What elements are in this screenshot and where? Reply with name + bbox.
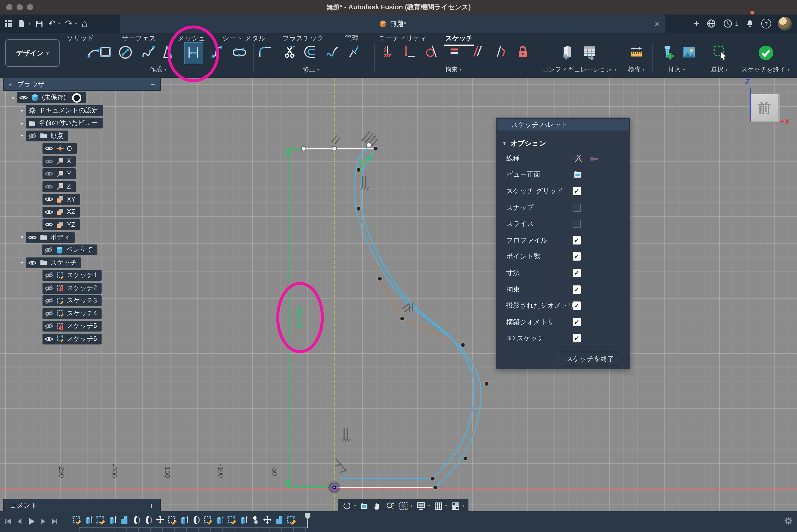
tab-sheetmetal[interactable]: シート メタル	[223, 34, 265, 43]
timeline-item-revolve-icon[interactable]	[191, 515, 201, 525]
tool-offset-icon[interactable]	[304, 44, 319, 59]
timeline-track[interactable]	[79, 527, 307, 531]
tab-mesh[interactable]: メッシュ	[178, 34, 205, 43]
viewports-icon[interactable]	[451, 501, 460, 511]
document-tab[interactable]: 無題* ✕	[120, 15, 665, 33]
avatar[interactable]	[778, 17, 792, 31]
spline-curve-inner[interactable]	[354, 146, 474, 478]
file-menu-icon[interactable]	[18, 19, 26, 28]
timeline-item-extrude-icon[interactable]	[215, 515, 225, 525]
centerline-icon[interactable]	[589, 153, 600, 164]
expand-caret-icon[interactable]: ▾	[18, 235, 26, 240]
redo-icon[interactable]: ↷	[65, 19, 73, 28]
timeline-go-end-icon[interactable]	[51, 517, 59, 525]
select-tool-icon[interactable]	[712, 44, 728, 60]
timeline-item-sketch-icon[interactable]	[95, 515, 106, 525]
dimension-300-label[interactable]: 300.00	[296, 307, 303, 328]
visibility-eye-dim-icon[interactable]	[44, 182, 53, 191]
collapse-panel-icon[interactable]: «	[4, 80, 17, 88]
timeline-item-extrude-icon[interactable]	[238, 515, 249, 525]
visibility-eye-off-icon[interactable]	[44, 284, 53, 292]
configuration-table-icon[interactable]	[581, 44, 597, 60]
tool-circle-icon[interactable]	[118, 44, 133, 60]
insert-image-icon[interactable]	[682, 44, 697, 60]
constraints-checkbox[interactable]: ✓	[573, 285, 581, 293]
spline-curve-outer[interactable]	[361, 150, 481, 487]
tree-item-xy-plane[interactable]: XY	[42, 194, 80, 205]
3d-sketch-checkbox[interactable]: ✓	[573, 335, 581, 343]
palette-header[interactable]: − スケッチ パレット	[497, 118, 630, 131]
tree-item-origin[interactable]: 原点	[26, 130, 68, 141]
visibility-eye-off-icon[interactable]	[44, 322, 53, 330]
visibility-eye-icon[interactable]	[44, 195, 53, 204]
zoom-icon[interactable]	[386, 501, 395, 511]
timeline-step-back-icon[interactable]	[16, 517, 23, 525]
group-select[interactable]: 選択▾	[711, 65, 727, 74]
constraint-symmetry-icon[interactable]	[493, 44, 506, 58]
timeline-item-revolve-icon[interactable]	[131, 515, 142, 525]
finish-sketch-button[interactable]: スケッチを終了	[558, 352, 623, 366]
comments-bar[interactable]: コメント +	[3, 499, 161, 512]
viewcube[interactable]: 前	[751, 94, 780, 122]
visibility-eye-off-icon[interactable]	[28, 131, 37, 140]
group-modify[interactable]: 修正▾	[303, 65, 319, 74]
visibility-eye-off-icon[interactable]	[44, 309, 53, 318]
timeline-item-move-icon[interactable]	[155, 515, 165, 525]
timeline-item-sketch-icon[interactable]	[167, 515, 177, 525]
expand-caret-icon[interactable]: ▾	[18, 133, 26, 138]
constraint-lock-icon[interactable]	[516, 44, 530, 59]
tree-item-bodies[interactable]: ボディ	[26, 232, 75, 243]
close-tab-icon[interactable]: ✕	[654, 15, 660, 33]
group-inspect[interactable]: 検査▾	[628, 65, 645, 74]
tree-item-document[interactable]: (未保存)	[17, 92, 86, 103]
constraint-equal-icon[interactable]	[448, 44, 461, 58]
pan-icon[interactable]	[373, 501, 382, 511]
palette-section-options[interactable]: ▼オプション	[497, 134, 630, 150]
group-finish-sketch[interactable]: スケッチを終了▾	[741, 65, 790, 74]
timeline-item-extrude-icon[interactable]	[107, 515, 118, 525]
minimize-panel-icon[interactable]: −	[151, 80, 155, 88]
look-at-icon[interactable]	[573, 170, 583, 180]
tool-break-icon[interactable]	[347, 44, 361, 59]
construction-line-icon[interactable]	[573, 153, 584, 164]
timeline-step-forward-icon[interactable]	[39, 517, 47, 525]
extensions-globe-icon[interactable]	[707, 19, 717, 28]
undo-caret-icon[interactable]: ▾	[58, 21, 60, 26]
visibility-eye-icon[interactable]	[44, 144, 53, 153]
tree-item-z-axis[interactable]: Z	[42, 181, 75, 192]
timeline-item-join-icon[interactable]	[250, 515, 261, 525]
visibility-eye-icon[interactable]	[44, 220, 53, 229]
tree-item-sketch1[interactable]: スケッチ1	[42, 270, 101, 281]
timeline-item-move-icon[interactable]	[262, 515, 273, 525]
timeline-item-sketch-icon[interactable]	[286, 515, 296, 525]
tree-item-sketch2[interactable]: スケッチ2	[42, 283, 101, 293]
undo-icon[interactable]: ↶	[48, 19, 56, 28]
fit-icon[interactable]	[398, 501, 408, 511]
constraint-tangent-icon[interactable]	[425, 44, 439, 58]
tree-item-document-settings[interactable]: ドキュメントの設定	[26, 105, 103, 116]
notifications-bell-icon[interactable]	[745, 19, 755, 28]
visibility-eye-icon[interactable]	[19, 93, 28, 102]
tree-item-sketch6[interactable]: スケッチ6	[42, 333, 101, 344]
constraint-parallel-icon[interactable]	[470, 44, 484, 58]
visibility-eye-off-icon[interactable]	[44, 296, 53, 305]
visibility-eye-icon[interactable]	[28, 233, 37, 242]
tree-item-sketch3[interactable]: スケッチ3	[42, 295, 101, 306]
expand-caret-icon[interactable]: ▾	[9, 95, 17, 100]
tool-sketch-dimension-icon[interactable]	[186, 45, 201, 60]
tree-item-origin-point[interactable]: O	[42, 143, 76, 154]
tree-item-sketches[interactable]: スケッチ	[26, 257, 81, 268]
sketch-grid-checkbox[interactable]: ✓	[573, 187, 581, 195]
tab-utilities[interactable]: ユーティリティ	[378, 34, 427, 43]
constraint-horizontal-vertical-icon[interactable]	[403, 44, 416, 58]
tool-trim-icon[interactable]	[283, 44, 297, 59]
expand-caret-icon[interactable]: ▾	[18, 260, 26, 265]
snap-checkbox[interactable]	[573, 203, 581, 212]
constraint-fix-icon[interactable]	[381, 44, 394, 58]
activate-radio[interactable]	[72, 93, 81, 102]
add-comment-icon[interactable]: +	[149, 501, 154, 510]
redo-caret-icon[interactable]: ▾	[75, 21, 77, 26]
visibility-eye-icon[interactable]	[44, 207, 53, 216]
profile-checkbox[interactable]: ✓	[573, 236, 581, 245]
visibility-eye-dim-icon[interactable]	[44, 169, 53, 178]
